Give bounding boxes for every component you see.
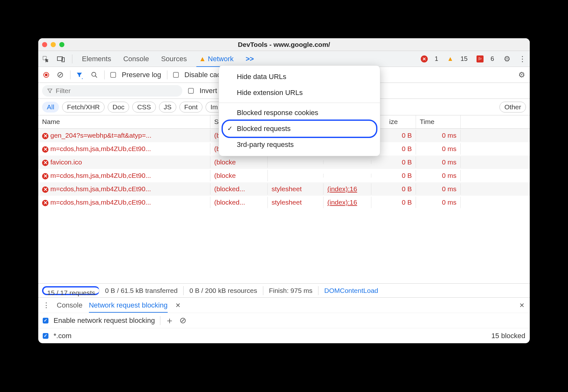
table-row[interactable]: ✕favicon.ico (blocke 0 B 0 ms [38, 156, 530, 169]
cell-type [268, 160, 324, 164]
error-badge-icon[interactable]: ✕ [421, 55, 428, 62]
cell-time: 0 ms [416, 197, 461, 208]
cell-size: 0 B [371, 156, 416, 168]
cell-name: ✕m=cdos,hsm,jsa,mb4ZUb,cEt90... [38, 183, 210, 195]
pattern-checkbox[interactable] [43, 333, 48, 339]
filter-input-wrap[interactable] [42, 85, 182, 97]
inspect-icon[interactable] [41, 55, 50, 63]
cell-name: ✕m=cdos,hsm,jsa,mb4ZUb,cEt90... [38, 197, 210, 208]
type-all[interactable]: All [42, 102, 59, 113]
svg-point-3 [92, 72, 96, 76]
more-tabs-button[interactable]: >> [243, 55, 257, 63]
transferred: 0 B / 61.5 kB transferred [99, 286, 184, 295]
cell-status: (blocked... [210, 197, 268, 208]
type-css[interactable]: CSS [132, 102, 156, 113]
cell-initiator[interactable] [324, 174, 371, 178]
cell-type: stylesheet [268, 197, 324, 208]
blocking-pattern-row[interactable]: *.com 15 blocked [38, 328, 530, 343]
cell-time: 0 ms [416, 170, 461, 181]
blocked-icon: ✕ [42, 146, 48, 153]
record-button[interactable] [42, 71, 50, 79]
cell-initiator[interactable]: (index):16 [324, 197, 371, 208]
enable-blocking-label: Enable network request blocking [54, 316, 155, 325]
divider [72, 54, 72, 63]
table-row[interactable]: ✕m=cdos,hsm,jsa,mb4ZUb,cEt90... (blocked… [38, 196, 530, 209]
tab-elements[interactable]: Elements [79, 55, 114, 63]
clear-icon[interactable]: ⊘ [56, 71, 64, 79]
cell-name: ✕m=cdos,hsm,jsa,mb4ZUb,cEt90... [38, 170, 210, 181]
dom-content-loaded: DOMContentLoad [318, 286, 384, 295]
close-icon[interactable]: ✕ [174, 301, 182, 309]
drawer-tab-blocking[interactable]: Network request blocking [89, 301, 168, 313]
cell-name: ✕m=cdos,hsm,jsa,mb4ZUb,cEt90... [38, 143, 210, 155]
cell-status: (blocked... [210, 183, 268, 195]
filter-option[interactable]: Hide data URLs [219, 69, 380, 85]
col-time[interactable]: Time [416, 115, 461, 128]
warning-icon: ▲ [199, 55, 208, 63]
blocked-count: 15 blocked [492, 332, 525, 340]
add-pattern-icon[interactable]: ＋ [165, 316, 174, 325]
warning-icon[interactable]: ▲ [447, 55, 454, 62]
cell-initiator[interactable]: (index):16 [324, 183, 371, 195]
cell-name: ✕gen_204?s=webhp&t=aft&atyp=... [38, 130, 210, 141]
cell-status: (blocke [210, 170, 268, 181]
gear-icon[interactable]: ⚙ [518, 71, 526, 79]
cell-size: 0 B [371, 197, 416, 208]
invert-checkbox[interactable] [188, 88, 194, 94]
blocked-icon: ✕ [42, 173, 48, 179]
filter-option[interactable]: Blocked requests [223, 121, 376, 137]
status-bar: 15 / 17 requests 0 B / 61.5 kB transferr… [38, 283, 530, 297]
table-row[interactable]: ✕m=cdos,hsm,jsa,mb4ZUb,cEt90... (blocked… [38, 182, 530, 196]
preserve-log-label: Preserve log [122, 71, 161, 79]
cell-initiator[interactable] [324, 160, 371, 164]
blocked-icon: ✕ [42, 133, 48, 139]
drawer-tabs: ⋮ Console Network request blocking ✕ ✕ [38, 297, 530, 313]
search-icon[interactable] [90, 71, 98, 79]
device-icon[interactable] [57, 55, 65, 63]
filter-option[interactable]: Hide extension URLs [219, 85, 380, 101]
cell-status: (blocke [210, 156, 268, 168]
table-row[interactable]: ✕m=cdos,hsm,jsa,mb4ZUb,cEt90... (blocke … [38, 169, 530, 182]
pattern-text: *.com [54, 332, 71, 340]
more-filters-popup: Hide data URLsHide extension URLsBlocked… [219, 65, 380, 156]
cell-name: ✕favicon.ico [38, 156, 210, 168]
blocking-controls: Enable network request blocking ＋ ⊘ [38, 313, 530, 328]
type-fetch[interactable]: Fetch/XHR [62, 102, 105, 113]
cell-time: 0 ms [416, 156, 461, 168]
filter-icon[interactable]: . [76, 71, 84, 79]
kebab-icon[interactable]: ⋮ [518, 55, 527, 63]
cell-time: 0 ms [416, 130, 461, 141]
cell-time: 0 ms [416, 183, 461, 195]
filter-input[interactable] [56, 87, 177, 95]
close-drawer-icon[interactable]: ✕ [518, 301, 526, 309]
type-font[interactable]: Font [179, 102, 202, 113]
issues-icon[interactable]: 🏳 [477, 55, 484, 62]
col-name[interactable]: Name [38, 115, 210, 128]
disable-cache-checkbox[interactable] [173, 72, 179, 78]
cell-type: stylesheet [268, 183, 324, 195]
filter-option[interactable]: 3rd-party requests [219, 137, 380, 153]
enable-blocking-checkbox[interactable] [43, 318, 48, 323]
blocked-icon: ✕ [42, 160, 48, 166]
panel-tabs: Elements Console Sources ▲ Network >> ✕1… [38, 51, 530, 67]
blocked-icon: ✕ [42, 186, 48, 193]
cell-time: 0 ms [416, 143, 461, 155]
invert-label: Invert [200, 87, 217, 95]
titlebar: DevTools - www.google.com/ [38, 38, 530, 51]
type-other[interactable]: Other [499, 102, 526, 113]
type-doc[interactable]: Doc [108, 102, 129, 113]
preserve-log-checkbox[interactable] [110, 72, 116, 78]
clear-patterns-icon[interactable]: ⊘ [179, 316, 187, 325]
tab-console[interactable]: Console [121, 55, 152, 63]
gear-icon[interactable]: ⚙ [503, 55, 511, 63]
filter-option[interactable]: Blocked response cookies [219, 105, 380, 121]
warning-count: 15 [461, 55, 468, 62]
resources: 0 B / 200 kB resources [184, 286, 263, 295]
blocked-icon: ✕ [42, 200, 48, 206]
drawer-tab-console[interactable]: Console [57, 301, 83, 309]
cell-type [268, 174, 324, 178]
kebab-icon[interactable]: ⋮ [42, 301, 50, 309]
window-title: DevTools - www.google.com/ [38, 41, 530, 48]
type-js[interactable]: JS [159, 102, 177, 113]
tab-sources[interactable]: Sources [158, 55, 189, 63]
